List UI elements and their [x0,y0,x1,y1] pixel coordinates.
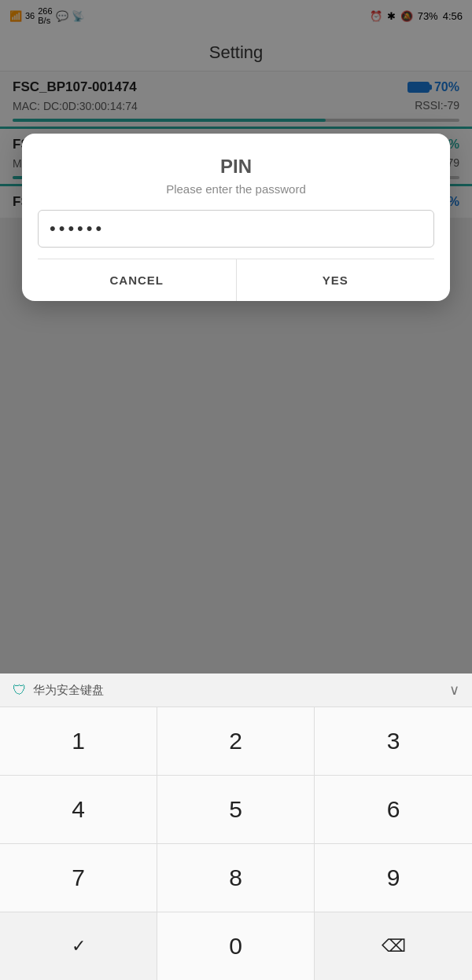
cancel-button[interactable]: CANCEL [38,259,237,301]
key-2[interactable]: 2 [157,707,315,776]
pin-input[interactable] [50,218,422,239]
keyboard-area: 🛡 华为安全键盘 ∨ 1 2 3 4 5 6 7 8 9 ✓ 0 ⌫ [0,674,472,980]
keyboard-label: 华为安全键盘 [33,683,104,698]
chevron-down-icon[interactable]: ∨ [449,681,459,699]
dialog-subtitle: Please enter the password [38,182,434,196]
key-9[interactable]: 9 [315,844,472,912]
keyboard-brand: 🛡 华为安全键盘 [13,682,104,699]
key-8[interactable]: 8 [157,844,315,912]
pin-dialog: PIN Please enter the password CANCEL YES [22,134,450,301]
key-backspace[interactable]: ⌫ [315,912,472,980]
key-confirm[interactable]: ✓ [0,912,157,980]
key-3[interactable]: 3 [315,707,472,776]
key-7[interactable]: 7 [0,844,157,912]
key-5[interactable]: 5 [157,776,315,844]
keyboard-grid: 1 2 3 4 5 6 7 8 9 ✓ 0 ⌫ [0,707,472,980]
keyboard-header: 🛡 华为安全键盘 ∨ [0,674,472,707]
key-0[interactable]: 0 [157,912,315,980]
dialog-title: PIN [38,156,434,178]
shield-icon: 🛡 [13,682,27,699]
key-1[interactable]: 1 [0,707,157,776]
key-4[interactable]: 4 [0,776,157,844]
pin-input-wrap[interactable] [38,210,434,248]
key-6[interactable]: 6 [315,776,472,844]
yes-button[interactable]: YES [237,259,435,301]
dialog-buttons: CANCEL YES [38,259,434,301]
